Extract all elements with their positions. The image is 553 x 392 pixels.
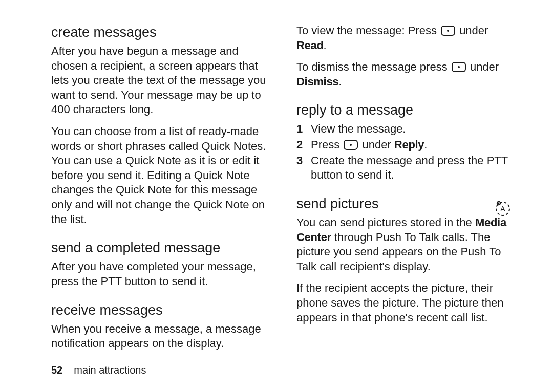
softkey-label: Dismiss <box>296 75 338 88</box>
text: under <box>467 60 499 73</box>
softkey-label: Reply <box>394 138 424 151</box>
text: To view the message: Press <box>296 24 440 37</box>
page-footer: 52main attractions <box>51 363 146 377</box>
network-service-icon: A <box>495 201 511 217</box>
softkey-icon <box>452 62 466 72</box>
step-text: Press under Reply. <box>311 138 512 153</box>
heading-reply: reply to a message <box>296 101 512 119</box>
body-text: To view the message: Press under Read. <box>296 24 512 53</box>
text: You can send pictures stored in the <box>296 216 475 229</box>
body-text: After you have begun a message and chose… <box>51 44 267 117</box>
heading-receive-messages: receive messages <box>51 301 267 319</box>
body-text: You can choose from a list of ready-made… <box>51 124 267 227</box>
steps-list: 1View the message. 2Press under Reply. 3… <box>296 122 512 182</box>
text: under <box>456 24 488 37</box>
heading-send-completed: send a completed message <box>51 239 267 257</box>
list-item: 2Press under Reply. <box>296 138 512 153</box>
body-text: To dismiss the message press under Dismi… <box>296 60 512 89</box>
body-text: If the recipient accepts the picture, th… <box>296 281 512 325</box>
list-item: 3Create the message and press the PTT bu… <box>296 154 512 183</box>
page-columns: create messages After you have begun a m… <box>51 24 512 356</box>
svg-text:A: A <box>500 205 505 213</box>
body-text: When you receive a message, a message no… <box>51 322 267 351</box>
list-item: 1View the message. <box>296 122 512 137</box>
step-text: Create the message and press the PTT but… <box>311 154 512 183</box>
heading-create-messages: create messages <box>51 24 267 41</box>
softkey-label: Read <box>296 39 324 52</box>
text: Press <box>311 138 343 151</box>
text: under <box>359 138 394 151</box>
step-text: View the message. <box>311 122 512 137</box>
page-number: 52 <box>51 364 62 376</box>
step-number: 1 <box>296 122 311 137</box>
heading-send-pictures: send pictures <box>296 195 512 213</box>
body-text: After you have completed your message, p… <box>51 259 267 289</box>
step-number: 2 <box>296 138 311 153</box>
section-name: main attractions <box>74 364 146 376</box>
softkey-icon <box>441 26 455 36</box>
body-text: You can send pictures stored in the Medi… <box>296 215 512 274</box>
text: To dismiss the message press <box>296 60 451 73</box>
step-number: 3 <box>296 154 311 183</box>
softkey-icon <box>344 140 358 150</box>
